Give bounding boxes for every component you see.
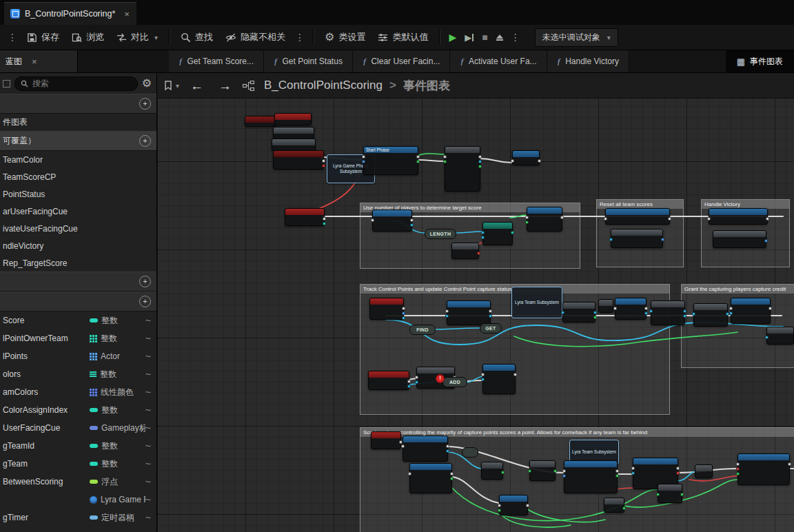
graph-node[interactable] <box>445 146 480 192</box>
graph-node[interactable] <box>529 460 556 481</box>
pill-node-small[interactable] <box>462 447 478 458</box>
sidebar-section[interactable]: 可覆盖）+ <box>0 131 156 151</box>
pill-node-add[interactable]: ADD <box>442 377 467 387</box>
pill-node-get[interactable]: GET <box>480 323 502 334</box>
breadcrumb-root[interactable]: B_ControlPointScoring <box>264 79 383 92</box>
variable-row-gtimer[interactable]: gTimer定时器柄~ <box>0 509 156 526</box>
graph-node[interactable] <box>482 222 513 245</box>
graph-node[interactable] <box>604 498 624 513</box>
variable-row-lyra-game-f[interactable]: Lyra Game F~ <box>0 491 156 509</box>
toolbar-menu-icon[interactable]: ⋮ <box>507 29 524 45</box>
visibility-toggle-icon[interactable]: ~ <box>145 422 151 433</box>
variable-row-amcolors[interactable]: amColors线性颜色~ <box>0 383 156 401</box>
add-button[interactable]: + <box>139 276 151 287</box>
frame-skip-button[interactable]: ▶ <box>460 30 478 45</box>
graph-node-lyra-team-subsystem[interactable]: Lyra Team Subsystem <box>511 287 562 318</box>
graph-node[interactable] <box>447 300 491 325</box>
variable-row-lpointownerteam[interactable]: lPointOwnerTeam整数~ <box>0 329 156 347</box>
visibility-toggle-icon[interactable]: ~ <box>145 405 151 416</box>
toolbar-menu-icon[interactable]: ⋮ <box>4 29 21 45</box>
sidebar-item-[interactable]: 件图表 <box>0 114 156 131</box>
graph-node[interactable] <box>369 298 404 320</box>
graph-node[interactable] <box>499 495 528 515</box>
graph-node[interactable] <box>272 139 316 151</box>
variable-row-userfacingcue[interactable]: UserFacingCueGameplay标~ <box>0 419 156 437</box>
graph-node[interactable] <box>273 150 324 170</box>
visibility-toggle-icon[interactable]: ~ <box>145 351 151 362</box>
toolbar-menu-icon[interactable]: ⋮ <box>292 29 308 45</box>
graph-node[interactable] <box>605 208 670 225</box>
tab-get-team-score[interactable]: ƒGet Team Score... <box>169 50 264 72</box>
variable-row-olors[interactable]: olors整数~ <box>0 365 156 383</box>
visibility-toggle-icon[interactable]: ~ <box>145 333 151 344</box>
diff-button[interactable]: 对比 ▾ <box>110 28 164 47</box>
document-tab[interactable]: B_ControlPointScoring* × <box>4 2 136 25</box>
debug-object-dropdown[interactable]: 未选中调试对象 ▾ <box>535 28 618 47</box>
graph-node[interactable] <box>372 209 412 232</box>
close-icon[interactable]: × <box>124 9 130 19</box>
graph-node[interactable] <box>527 207 562 232</box>
hide-unrelated-button[interactable]: 隐藏不相关 <box>219 28 292 47</box>
graph-node[interactable] <box>713 230 766 248</box>
find-button[interactable]: 查找 <box>174 28 219 47</box>
tab-clear-user-facin[interactable]: ƒClear User Facin... <box>353 50 451 72</box>
sidebar-item-ivateuserfacingcue[interactable]: ivateUserFacingCue <box>0 220 156 237</box>
sidebar-item-teamscorecp[interactable]: TeamScoreCP <box>0 168 156 185</box>
sidebar-item-aruserfacingcue[interactable]: arUserFacingCue <box>0 203 156 220</box>
graph-node[interactable] <box>766 327 794 345</box>
gear-icon[interactable]: ⚙ <box>142 78 152 89</box>
forward-button[interactable]: → <box>214 79 236 92</box>
graph-node[interactable] <box>651 300 685 325</box>
variable-row-colorassignindex[interactable]: ColorAssignIndex整数~ <box>0 401 156 419</box>
visibility-toggle-icon[interactable]: ~ <box>145 512 151 523</box>
graph-node[interactable] <box>285 208 325 226</box>
graph-node[interactable] <box>695 464 713 478</box>
pill-node-length[interactable]: LENGTH <box>425 229 456 239</box>
graph-node[interactable] <box>409 463 452 493</box>
tab-blueprint-panel[interactable]: 蓝图 × <box>0 50 78 72</box>
graph-node[interactable] <box>693 303 728 327</box>
sidebar-item-rep-targetscore[interactable]: Rep_TargetScore <box>0 254 156 272</box>
tab-event-graph[interactable]: ▦ 事件图表 <box>726 50 794 72</box>
variable-row-score[interactable]: Score整数~ <box>0 311 156 329</box>
visibility-toggle-icon[interactable]: ~ <box>145 476 151 487</box>
visibility-toggle-icon[interactable]: ~ <box>145 369 151 380</box>
graph-node-start-phase[interactable]: Start Phase <box>363 146 418 175</box>
play-button[interactable]: ▶ <box>445 29 460 45</box>
variable-row-betweenscoring[interactable]: BetweenScoring浮点~ <box>0 473 156 491</box>
graph-node[interactable] <box>481 462 503 480</box>
tab-handle-victory[interactable]: ƒHandle Victory <box>547 50 629 72</box>
graph-node[interactable] <box>658 484 682 503</box>
variable-row-lpoints[interactable]: lPointsActor~ <box>0 347 156 365</box>
graph-node[interactable] <box>562 302 596 323</box>
sidebar-item-pointstatus[interactable]: PointStatus <box>0 185 156 203</box>
variable-row-gteamid[interactable]: gTeamId整数~ <box>0 437 156 455</box>
breadcrumb-current[interactable]: 事件图表 <box>403 78 450 94</box>
sidebar-item-ndlevictory[interactable]: ndleVictory <box>0 237 156 254</box>
graph-node[interactable] <box>512 150 540 165</box>
save-button[interactable]: 保存 <box>21 28 65 47</box>
graph-node[interactable] <box>737 453 790 485</box>
visibility-toggle-icon[interactable]: ~ <box>145 440 151 451</box>
graph-node[interactable] <box>611 229 663 248</box>
stop-button[interactable]: ■ <box>478 29 491 45</box>
add-button[interactable]: + <box>139 98 151 110</box>
graph-node[interactable] <box>482 364 516 394</box>
browse-button[interactable]: 浏览 <box>65 28 110 47</box>
visibility-toggle-icon[interactable]: ~ <box>145 387 151 398</box>
graph-node[interactable] <box>403 436 448 462</box>
event-graph-canvas[interactable]: ▾ ← → B_ControlPointScoring > 事件图表 Use n… <box>157 73 794 532</box>
sidebar-section[interactable]: + <box>0 94 156 114</box>
graph-node[interactable] <box>451 243 479 259</box>
visibility-toggle-icon[interactable]: ~ <box>145 458 151 469</box>
graph-node[interactable] <box>615 298 647 320</box>
search-input[interactable]: 搜索 <box>14 76 138 91</box>
graph-node[interactable] <box>709 208 768 225</box>
add-button[interactable]: + <box>139 135 151 147</box>
graph-node[interactable] <box>273 127 314 139</box>
graph-node[interactable] <box>564 460 618 493</box>
tab-activate-user-fa[interactable]: ƒActivate User Fa... <box>450 50 547 72</box>
graph-node[interactable] <box>598 299 613 313</box>
tab-get-point-status[interactable]: ƒGet Point Status <box>264 50 353 72</box>
graph-node[interactable] <box>245 116 276 127</box>
